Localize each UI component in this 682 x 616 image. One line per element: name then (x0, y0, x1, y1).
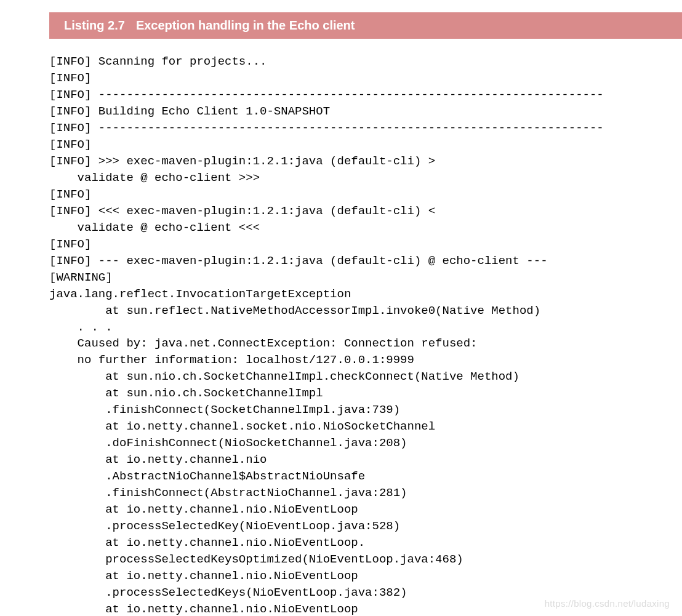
listing-label: Listing 2.7 (64, 18, 125, 32)
listing-title: Exception handling in the Echo client (136, 18, 355, 32)
listing-header: Listing 2.7Exception handling in the Ech… (49, 12, 682, 39)
code-block: [INFO] Scanning for projects... [INFO] [… (0, 54, 682, 616)
watermark: https://blog.csdn.net/ludaxing (545, 598, 670, 609)
